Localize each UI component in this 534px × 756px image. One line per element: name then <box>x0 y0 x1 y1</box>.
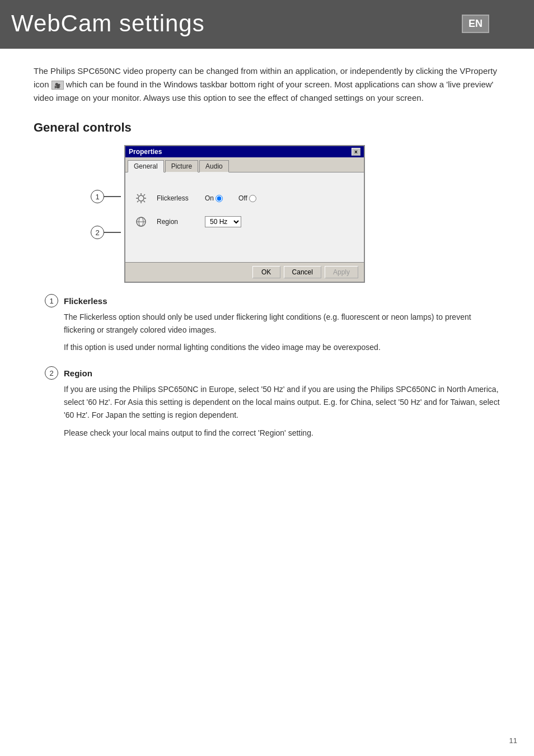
region-row: Region 50 Hz 60 Hz <box>134 215 355 228</box>
flickerless-on-label: On <box>205 194 214 202</box>
svg-line-5 <box>137 194 139 196</box>
page-title: WebCam settings <box>11 10 205 37</box>
flickerless-off-option[interactable]: Off <box>238 194 256 202</box>
dialog-tabs: General Picture Audio <box>125 157 364 172</box>
dialog-title: Properties <box>129 148 162 156</box>
section-heading: General controls <box>34 120 500 135</box>
cancel-button[interactable]: Cancel <box>284 266 321 278</box>
region-icon <box>134 215 148 228</box>
page-number: 11 <box>509 736 517 745</box>
dialog-with-callouts: 1 2 Properties × General Picture <box>124 145 410 283</box>
flickerless-description: 1 Flickerless The Flickerless option sho… <box>34 294 500 354</box>
dialog-titlebar: Properties × <box>125 146 364 157</box>
callout-line-1 <box>104 196 121 197</box>
region-desc-header: 2 Region <box>45 366 500 380</box>
properties-dialog: Properties × General Picture Audio <box>124 145 365 283</box>
vproperty-icon: 🎥 <box>51 81 64 90</box>
flickerless-desc-title: Flickerless <box>64 296 107 306</box>
header: WebCam settings EN <box>0 0 534 47</box>
svg-line-8 <box>137 201 139 203</box>
flickerless-icon <box>134 192 148 205</box>
dialog-close-button[interactable]: × <box>352 148 360 156</box>
callout-2-row: 2 <box>91 226 121 239</box>
region-description: 2 Region If you are using the Philips SP… <box>34 366 500 439</box>
region-select[interactable]: 50 Hz 60 Hz <box>205 216 241 227</box>
region-desc-title: Region <box>64 368 92 378</box>
apply-button[interactable]: Apply <box>325 266 358 278</box>
flickerless-row: Flickerless On Off <box>134 192 355 205</box>
svg-line-6 <box>144 201 146 203</box>
region-select-wrapper: 50 Hz 60 Hz <box>205 216 241 227</box>
flickerless-desc-body: The Flickerless option should only be us… <box>45 311 500 354</box>
dialog-callout-area: 1 2 Properties × General Picture <box>34 145 500 283</box>
callout-1-row: 1 <box>91 190 121 203</box>
flickerless-off-label: Off <box>238 194 247 202</box>
svg-line-7 <box>144 194 146 196</box>
dialog-footer: OK Cancel Apply <box>125 262 364 282</box>
callout-line-2 <box>104 232 121 233</box>
flickerless-off-radio[interactable] <box>249 195 256 202</box>
region-desc-number: 2 <box>45 366 58 380</box>
callout-number-1: 1 <box>91 190 104 203</box>
flickerless-on-radio[interactable] <box>216 195 223 202</box>
svg-point-0 <box>138 195 144 201</box>
flickerless-desc-number: 1 <box>45 294 58 307</box>
flickerless-on-option[interactable]: On <box>205 194 223 202</box>
flickerless-desc-header: 1 Flickerless <box>45 294 500 307</box>
callout-numbers: 1 2 <box>91 190 121 239</box>
tab-picture[interactable]: Picture <box>165 160 198 172</box>
tab-general[interactable]: General <box>128 160 164 172</box>
page-content: The Philips SPC650NC video property can … <box>0 49 534 468</box>
tab-audio[interactable]: Audio <box>199 160 229 172</box>
flickerless-radio-group: On Off <box>205 194 256 202</box>
intro-paragraph: The Philips SPC650NC video property can … <box>34 64 500 105</box>
language-badge: EN <box>462 15 489 33</box>
dialog-body: Flickerless On Off <box>125 172 364 262</box>
region-desc-body: If you are using the Philips SPC650NC in… <box>45 383 500 439</box>
ok-button[interactable]: OK <box>252 266 280 278</box>
flickerless-label: Flickerless <box>157 194 196 202</box>
region-label: Region <box>157 218 196 226</box>
callout-number-2: 2 <box>91 226 104 239</box>
